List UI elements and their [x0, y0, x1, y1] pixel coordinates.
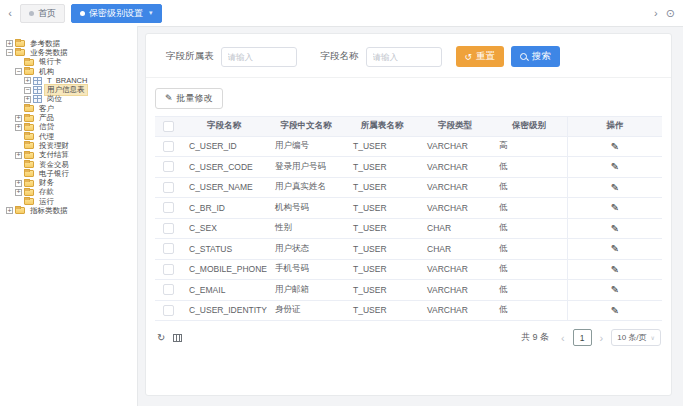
tree-node[interactable]: 客户 [0, 104, 137, 113]
row-checkbox[interactable] [163, 264, 174, 275]
tree-node[interactable]: 运行 [0, 197, 137, 206]
tree-expander-plus-icon[interactable]: + [15, 180, 22, 187]
tree-node[interactable]: 电子银行 [0, 169, 137, 178]
cell-table-name: T_USER [345, 218, 419, 239]
row-checkbox[interactable] [163, 305, 174, 316]
tree-node[interactable]: 资金交易 [0, 160, 137, 169]
row-checkbox[interactable] [163, 243, 174, 254]
tree-expander-plus-icon[interactable]: + [15, 115, 22, 122]
edit-icon[interactable]: ✎ [611, 223, 619, 234]
row-checkbox[interactable] [163, 141, 174, 152]
tree-node[interactable]: +存款 [0, 188, 137, 197]
row-checkbox[interactable] [163, 202, 174, 213]
tree-node-label[interactable]: T_BRANCH [45, 76, 89, 85]
cell-field-name: C_MOBILE_PHONE [181, 259, 267, 280]
tree-node[interactable]: +参考数据 [0, 39, 137, 48]
tabbar-menu-icon[interactable]: ⊙ [666, 7, 675, 20]
edit-icon[interactable]: ✎ [611, 305, 619, 316]
column-header-checkbox [155, 116, 181, 136]
row-checkbox[interactable] [163, 161, 174, 172]
tree-node[interactable]: 投资理财 [0, 141, 137, 150]
next-page-icon[interactable]: › [598, 332, 606, 344]
tree-node[interactable]: 银行卡 [0, 58, 137, 67]
tree-expander-spacer [15, 59, 22, 66]
refresh-icon[interactable]: ↻ [157, 332, 165, 343]
tab-caret-icon[interactable]: ▾ [149, 9, 153, 17]
tree-expander-minus-icon[interactable]: − [24, 87, 31, 94]
tree-node[interactable]: +指标类数据 [0, 206, 137, 215]
edit-icon[interactable]: ✎ [611, 161, 619, 172]
cell-field-name: C_USER_NAME [181, 177, 267, 198]
cell-field-type: VARCHAR [419, 300, 491, 321]
tree-expander-plus-icon[interactable]: + [15, 189, 22, 196]
tree-node[interactable]: 代理 [0, 132, 137, 141]
select-all-checkbox[interactable] [163, 121, 174, 132]
tree-node[interactable]: +支付结算 [0, 151, 137, 160]
search-form: 字段所属表 字段名称 ↺ 重置 搜索 [146, 34, 671, 78]
reset-button[interactable]: ↺ 重置 [456, 46, 505, 67]
row-checkbox[interactable] [163, 223, 174, 234]
cell-action: ✎ [568, 239, 663, 260]
tree-node[interactable]: +财务 [0, 178, 137, 187]
column-settings-icon[interactable] [173, 334, 182, 342]
folder-icon [24, 59, 34, 66]
field-name-input[interactable] [366, 47, 442, 67]
tab-label: 保密级别设置 [89, 7, 143, 20]
tree-node[interactable]: −机构 [0, 67, 137, 76]
tree-expander-plus-icon[interactable]: + [24, 96, 31, 103]
cell-secrecy-level: 高 [491, 136, 568, 157]
tree-node[interactable]: −业务类数据 [0, 48, 137, 57]
edit-icon[interactable]: ✎ [611, 202, 619, 213]
cell-action: ✎ [568, 136, 663, 157]
edit-icon[interactable]: ✎ [611, 182, 619, 193]
field-table-input[interactable] [221, 47, 297, 67]
folder-icon [24, 133, 34, 140]
folder-icon [15, 207, 25, 214]
prev-page-icon[interactable]: ‹ [559, 332, 567, 344]
tab-home[interactable]: 首页 [20, 4, 65, 23]
tab-dot-icon [29, 11, 34, 16]
tabs-scroll-right-icon[interactable]: › [654, 7, 658, 19]
column-header-3: 字段类型 [419, 116, 491, 136]
tree-expander-plus-icon[interactable]: + [6, 207, 13, 214]
tabs-scroll-left-icon[interactable]: ‹ [0, 7, 20, 19]
cell-field-cn-name: 用户编号 [267, 136, 345, 157]
tree-expander-spacer [15, 105, 22, 112]
edit-icon[interactable]: ✎ [611, 264, 619, 275]
cell-checkbox [155, 136, 181, 157]
sidebar-tree: +参考数据−业务类数据银行卡−机构+T_BRANCH−用户信息表+岗位客户+产品… [0, 26, 138, 406]
tree-expander-plus-icon[interactable]: + [15, 124, 22, 131]
cell-field-name: C_STATUS [181, 239, 267, 260]
page-number[interactable]: 1 [573, 329, 592, 346]
tree-node[interactable]: +T_BRANCH [0, 76, 137, 85]
tree-expander-minus-icon[interactable]: − [15, 68, 22, 75]
tree-node[interactable]: +产品 [0, 113, 137, 122]
row-checkbox[interactable] [163, 284, 174, 295]
cell-field-name: C_BR_ID [181, 198, 267, 219]
tree-node-label[interactable]: 指标类数据 [28, 206, 70, 216]
tree-node[interactable]: −用户信息表 [0, 85, 137, 94]
tree-node-label[interactable]: 机构 [37, 67, 56, 77]
column-header-0: 字段名称 [181, 116, 267, 136]
tree-expander-plus-icon[interactable]: + [6, 40, 13, 47]
tree-expander-plus-icon[interactable]: + [15, 152, 22, 159]
edit-icon[interactable]: ✎ [611, 243, 619, 254]
content-card: 字段所属表 字段名称 ↺ 重置 搜索 ✎ 批量修改 [145, 33, 672, 396]
tree-node[interactable]: +岗位 [0, 95, 137, 104]
cell-checkbox [155, 198, 181, 219]
tree-expander-minus-icon[interactable]: − [6, 49, 13, 56]
row-checkbox[interactable] [163, 182, 174, 193]
cell-table-name: T_USER [345, 198, 419, 219]
cell-field-cn-name: 登录用户号码 [267, 157, 345, 178]
batch-edit-button[interactable]: ✎ 批量修改 [155, 88, 223, 109]
tree-expander-plus-icon[interactable]: + [24, 77, 31, 84]
tree-node[interactable]: +信贷 [0, 123, 137, 132]
search-button[interactable]: 搜索 [511, 46, 560, 67]
edit-icon[interactable]: ✎ [611, 141, 619, 152]
tree-expander-spacer [15, 142, 22, 149]
edit-icon[interactable]: ✎ [611, 284, 619, 295]
cell-checkbox [155, 218, 181, 239]
page-size-select[interactable]: 10 条/页 ∨ [611, 329, 661, 346]
table-row: C_EMAIL用户邮箱T_USERVARCHAR低✎ [155, 280, 662, 301]
tab-secrecy-settings[interactable]: 保密级别设置▾ [71, 4, 162, 23]
